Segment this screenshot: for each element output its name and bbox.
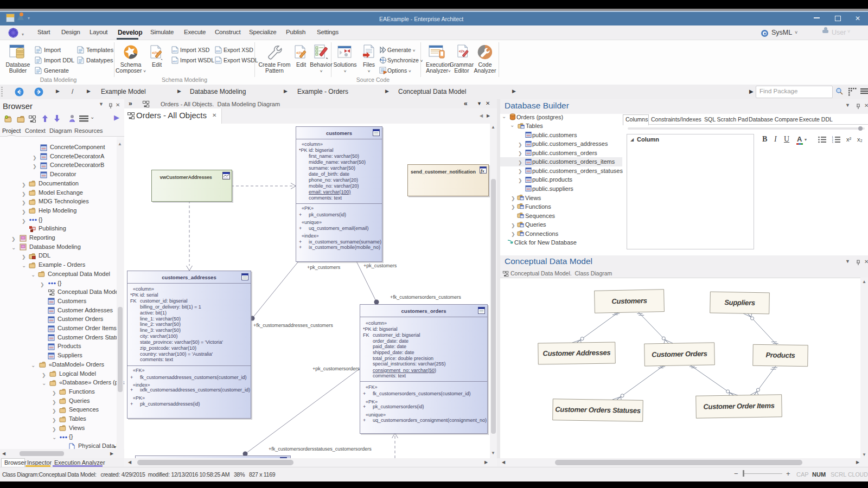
svg-text:Customer Orders: Customer Orders xyxy=(652,350,707,359)
svg-text:xml: xml xyxy=(173,49,177,53)
svg-text:</>: </> xyxy=(459,49,465,54)
svg-text:xml: xml xyxy=(216,60,220,63)
svg-text:Customer Orders Statuses: Customer Orders Statuses xyxy=(555,405,641,414)
svg-text:Customer Order Items: Customer Order Items xyxy=(703,401,775,410)
svg-text:3: 3 xyxy=(832,141,833,144)
svg-text:Customer Addresses: Customer Addresses xyxy=(542,349,610,358)
svg-text:Customers: Customers xyxy=(611,297,647,305)
svg-text:Suppliers: Suppliers xyxy=(724,298,755,307)
svg-text:xml: xml xyxy=(216,49,220,53)
svg-text:xml: xml xyxy=(173,60,177,63)
svg-text:Products: Products xyxy=(765,351,795,359)
